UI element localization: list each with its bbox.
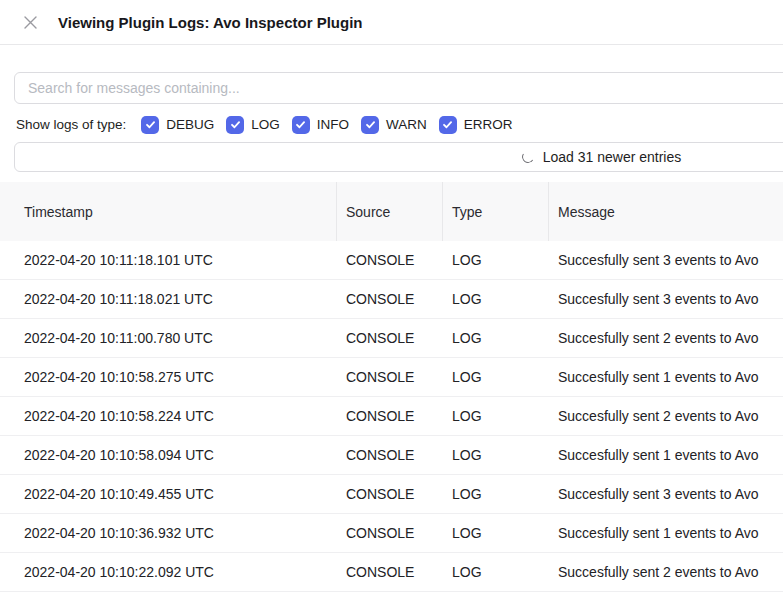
log-message: Succesfully sent 1 events to Avo	[548, 358, 783, 396]
checkmark-icon	[295, 119, 306, 130]
log-type: LOG	[442, 319, 548, 357]
log-type-label: WARN	[386, 117, 427, 132]
column-header-timestamp: Timestamp	[0, 182, 336, 241]
log-type: LOG	[442, 358, 548, 396]
log-timestamp: 2022-04-20 10:11:00.780 UTC	[0, 319, 336, 357]
checkmark-icon	[442, 119, 453, 130]
log-timestamp: 2022-04-20 10:10:22.092 UTC	[0, 553, 336, 591]
loading-spinner-icon	[521, 150, 535, 164]
checkbox-checked-icon[interactable]	[141, 116, 159, 134]
log-type-label: ERROR	[464, 117, 513, 132]
log-message: Succesfully sent 2 events to Avo	[548, 319, 783, 357]
log-timestamp: 2022-04-20 10:10:58.224 UTC	[0, 397, 336, 435]
log-type-label: LOG	[251, 117, 280, 132]
log-type: LOG	[442, 280, 548, 318]
table-header-row: Timestamp Source Type Message	[0, 182, 783, 241]
log-timestamp: 2022-04-20 10:11:18.101 UTC	[0, 241, 336, 279]
checkmark-icon	[365, 119, 376, 130]
table-row[interactable]: 2022-04-20 10:10:36.932 UTC CONSOLE LOG …	[0, 514, 783, 553]
table-body: 2022-04-20 10:11:18.101 UTC CONSOLE LOG …	[0, 241, 783, 592]
table-row[interactable]: 2022-04-20 10:10:58.094 UTC CONSOLE LOG …	[0, 436, 783, 475]
log-source: CONSOLE	[336, 397, 442, 435]
checkbox-checked-icon[interactable]	[361, 116, 379, 134]
log-timestamp: 2022-04-20 10:10:49.455 UTC	[0, 475, 336, 513]
table-row[interactable]: 2022-04-20 10:11:18.101 UTC CONSOLE LOG …	[0, 241, 783, 280]
table-row[interactable]: 2022-04-20 10:10:58.224 UTC CONSOLE LOG …	[0, 397, 783, 436]
column-header-type: Type	[442, 182, 548, 241]
load-newer-entries-button[interactable]: Load 31 newer entries	[14, 142, 783, 172]
table-row[interactable]: 2022-04-20 10:11:18.021 UTC CONSOLE LOG …	[0, 280, 783, 319]
log-type: LOG	[442, 475, 548, 513]
filter-row-label: Show logs of type:	[16, 117, 126, 132]
log-type-label: INFO	[317, 117, 349, 132]
filter-items: DEBUG LOG INFO WARN ERROR	[141, 116, 524, 134]
log-type-label: DEBUG	[166, 117, 214, 132]
table-row[interactable]: 2022-04-20 10:10:49.455 UTC CONSOLE LOG …	[0, 475, 783, 514]
log-timestamp: 2022-04-20 10:11:18.021 UTC	[0, 280, 336, 318]
log-type: LOG	[442, 553, 548, 591]
checkbox-checked-icon[interactable]	[226, 116, 244, 134]
log-timestamp: 2022-04-20 10:10:58.275 UTC	[0, 358, 336, 396]
log-source: CONSOLE	[336, 358, 442, 396]
log-source: CONSOLE	[336, 436, 442, 474]
column-header-message: Message	[548, 182, 783, 241]
log-type: LOG	[442, 436, 548, 474]
log-message: Succesfully sent 1 events to Avo	[548, 436, 783, 474]
log-source: CONSOLE	[336, 319, 442, 357]
log-type: LOG	[442, 514, 548, 552]
checkbox-checked-icon[interactable]	[439, 116, 457, 134]
search-input[interactable]	[14, 72, 783, 104]
log-type-filter-row: Show logs of type: DEBUG LOG INFO WARN	[16, 113, 783, 136]
log-type: LOG	[442, 241, 548, 279]
table-row[interactable]: 2022-04-20 10:10:22.092 UTC CONSOLE LOG …	[0, 553, 783, 592]
log-type-filter[interactable]: WARN	[361, 116, 427, 134]
close-icon[interactable]	[22, 14, 39, 31]
log-timestamp: 2022-04-20 10:10:58.094 UTC	[0, 436, 336, 474]
log-message: Succesfully sent 2 events to Avo	[548, 397, 783, 435]
log-message: Succesfully sent 1 events to Avo	[548, 514, 783, 552]
log-source: CONSOLE	[336, 241, 442, 279]
log-message: Succesfully sent 3 events to Avo	[548, 280, 783, 318]
dialog-title: Viewing Plugin Logs: Avo Inspector Plugi…	[58, 14, 362, 31]
checkmark-icon	[145, 119, 156, 130]
plugin-log-table: Timestamp Source Type Message 2022-04-20…	[0, 182, 783, 592]
log-source: CONSOLE	[336, 280, 442, 318]
log-type: LOG	[442, 397, 548, 435]
log-message: Succesfully sent 3 events to Avo	[548, 475, 783, 513]
log-message: Succesfully sent 2 events to Avo	[548, 553, 783, 591]
log-timestamp: 2022-04-20 10:10:36.932 UTC	[0, 514, 336, 552]
dialog-header: Viewing Plugin Logs: Avo Inspector Plugi…	[0, 0, 783, 45]
column-header-source: Source	[336, 182, 442, 241]
log-message: Succesfully sent 3 events to Avo	[548, 241, 783, 279]
log-type-filter[interactable]: LOG	[226, 116, 280, 134]
table-row[interactable]: 2022-04-20 10:11:00.780 UTC CONSOLE LOG …	[0, 319, 783, 358]
log-type-filter[interactable]: INFO	[292, 116, 349, 134]
table-row[interactable]: 2022-04-20 10:10:58.275 UTC CONSOLE LOG …	[0, 358, 783, 397]
checkbox-checked-icon[interactable]	[292, 116, 310, 134]
log-source: CONSOLE	[336, 514, 442, 552]
log-source: CONSOLE	[336, 553, 442, 591]
checkmark-icon	[230, 119, 241, 130]
log-source: CONSOLE	[336, 475, 442, 513]
log-type-filter[interactable]: ERROR	[439, 116, 513, 134]
load-newer-entries-label: Load 31 newer entries	[543, 149, 682, 165]
log-type-filter[interactable]: DEBUG	[141, 116, 214, 134]
